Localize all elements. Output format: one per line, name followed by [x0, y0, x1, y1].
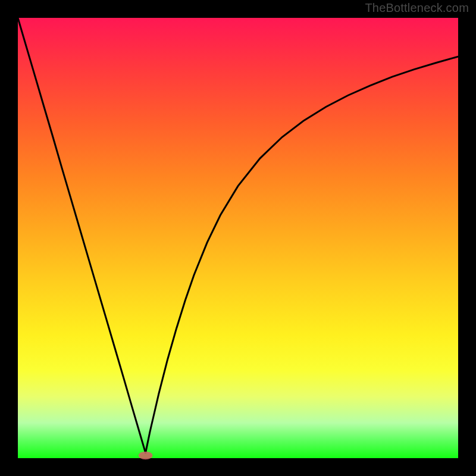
chart-frame: TheBottleneck.com: [0, 0, 476, 476]
chart-svg: [18, 18, 458, 458]
plot-area: [18, 18, 458, 458]
curve-left-branch: [18, 18, 146, 453]
curve-right-branch: [146, 57, 458, 453]
minimum-marker: [139, 452, 153, 459]
watermark-text: TheBottleneck.com: [365, 1, 469, 15]
